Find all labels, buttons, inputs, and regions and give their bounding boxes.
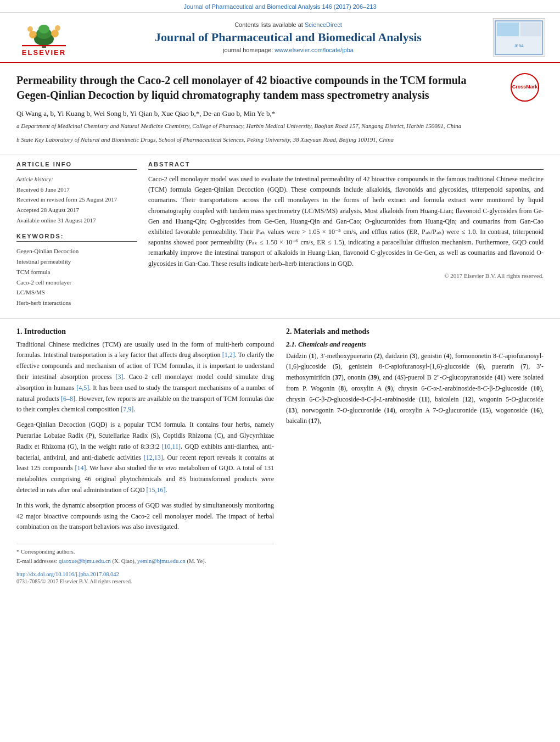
svg-point-3	[38, 25, 49, 34]
paper-main-info: Permeability through the Caco-2 cell mon…	[16, 73, 502, 148]
ref-4-5[interactable]: [4,5]	[76, 384, 89, 392]
abstract-header: ABSTRACT	[148, 161, 544, 170]
chemicals-para1: Daidzin (1), 3′-methoxypuerarin (2), dai…	[286, 351, 544, 427]
chemicals-title: Chemicals and reagents	[298, 341, 366, 348]
abstract-text: Caco-2 cell monolayer model was used to …	[148, 174, 544, 269]
email-xiao[interactable]: qiaoxue@bjmu.edu.cn	[59, 558, 111, 564]
ref-15-16[interactable]: [15,16]	[147, 486, 166, 494]
article-info-header: ARTICLE INFO	[16, 161, 137, 170]
journal-title-block: Contents lists available at ScienceDirec…	[88, 21, 489, 53]
body-content-area: 1. Introduction Traditional Chinese medi…	[0, 322, 560, 595]
sciencedirect-link[interactable]: ScienceDirect	[305, 21, 342, 28]
keyword-6: Herb-herb interactions	[16, 298, 137, 308]
body-left-column: 1. Introduction Traditional Chinese medi…	[16, 322, 274, 584]
keywords-list: Gegen-Qinlian Decoction Intestinal perme…	[16, 246, 137, 308]
ref-10-11[interactable]: [10,11]	[162, 443, 181, 450]
svg-point-5	[51, 30, 59, 37]
online-date: Available online 31 August 2017	[16, 215, 137, 226]
keywords-header: Keywords:	[16, 233, 137, 242]
paper-title: Permeability through the Caco-2 cell mon…	[16, 73, 502, 103]
corresponding-note: * Corresponding authors.	[16, 548, 274, 557]
methods-num: 2.	[286, 327, 292, 336]
svg-text:JPBA: JPBA	[514, 44, 524, 48]
ref-7-9[interactable]: [7,9]	[121, 405, 133, 413]
ref-6-8[interactable]: [6–8]	[61, 395, 75, 403]
ref-3[interactable]: [3]	[116, 373, 124, 381]
authors-line: Qi Wang a, b, Yi Kuang b, Wei Song b, Yi…	[16, 109, 502, 118]
accepted-date: Accepted 28 August 2017	[16, 205, 137, 215]
intro-section-title: 1. Introduction	[16, 327, 274, 336]
svg-rect-13	[520, 23, 541, 36]
email-ye[interactable]: yemin@bjmu.edu.cn	[137, 558, 186, 564]
journal-citation: Journal of Pharmaceutical and Biomedical…	[184, 3, 377, 10]
crossmark-label: CrossMark	[512, 85, 538, 90]
affiliation-b: b State Key Laboratory of Natural and Bi…	[16, 135, 502, 144]
svg-point-6	[27, 26, 33, 32]
journal-banner: Journal of Pharmaceutical and Biomedical…	[0, 0, 560, 13]
affiliation-a: a Department of Medicinal Chemistry and …	[16, 121, 502, 131]
intro-num: 1.	[16, 327, 23, 336]
received-date: Received 6 June 2017	[16, 185, 137, 195]
issn-text: 0731-7085/© 2017 Elsevier B.V. All right…	[16, 578, 274, 584]
journal-logo-right: JPBA	[489, 18, 549, 57]
ref-14[interactable]: [14]	[75, 464, 86, 472]
article-info-abstract-area: ARTICLE INFO Article history: Received 6…	[0, 154, 560, 315]
intro-para3: In this work, the dynamic absorption pro…	[16, 500, 274, 533]
svg-rect-9	[22, 47, 66, 47]
intro-para2: Gegen-Qinlian Decoction (GQD) is a popul…	[16, 420, 274, 496]
paper-title-area: Permeability through the Caco-2 cell mon…	[0, 63, 560, 148]
keyword-4: Caco-2 cell monolayer	[16, 277, 137, 288]
keyword-1: Gegen-Qinlian Decoction	[16, 246, 137, 256]
journal-main-title: Journal of Pharmaceutical and Biomedical…	[88, 30, 489, 44]
journal-header: ELSEVIER Contents lists available at Sci…	[0, 13, 560, 63]
doi-area: http://dx.doi.org/10.1016/j.jpba.2017.08…	[16, 570, 274, 578]
methods-title: Materials and methods	[294, 327, 369, 336]
journal-cover-image: JPBA	[493, 18, 545, 57]
revised-date: Received in revised form 25 August 2017	[16, 194, 137, 205]
history-label: Article history:	[16, 174, 137, 185]
keyword-5: LC/MS/MS	[16, 287, 137, 298]
ref-1-2[interactable]: [1,2]	[222, 351, 235, 359]
journal-homepage-line: journal homepage: www.elsevier.com/locat…	[88, 47, 489, 53]
svg-rect-12	[497, 23, 519, 36]
doi-link[interactable]: http://dx.doi.org/10.1016/j.jpba.2017.08…	[16, 571, 119, 577]
footer-divider	[16, 544, 274, 544]
elsevier-logo: ELSEVIER	[11, 18, 77, 57]
methods-section-title: 2. Materials and methods	[286, 327, 544, 336]
contents-available-line: Contents lists available at ScienceDirec…	[88, 21, 489, 28]
section-divider	[0, 318, 560, 319]
footer-area: * Corresponding authors. E-mail addresse…	[16, 544, 274, 584]
homepage-url[interactable]: www.elsevier.com/locate/jpba	[275, 47, 354, 53]
page-container: Journal of Pharmaceutical and Biomedical…	[0, 0, 560, 742]
svg-point-7	[55, 25, 60, 31]
email-note: E-mail addresses: qiaoxue@bjmu.edu.cn (X…	[16, 557, 274, 566]
abstract-column: ABSTRACT Caco-2 cell monolayer model was…	[148, 161, 544, 308]
article-info-column: ARTICLE INFO Article history: Received 6…	[16, 161, 137, 308]
keywords-block: Keywords: Gegen-Qinlian Decoction Intest…	[16, 233, 137, 308]
elsevier-wordmark: ELSEVIER	[22, 48, 66, 57]
chemicals-subsection-title: 2.1. Chemicals and reagents	[286, 341, 544, 349]
body-right-column: 2. Materials and methods 2.1. Chemicals …	[286, 322, 544, 584]
keyword-2: Intestinal permeability	[16, 256, 137, 267]
svg-point-4	[29, 31, 37, 38]
elsevier-tree-icon	[22, 18, 66, 48]
authors-text: Qi Wang a, b, Yi Kuang b, Wei Song b, Yi…	[16, 109, 275, 118]
ref-12-13[interactable]: [12,13]	[144, 454, 163, 461]
crossmark-badge[interactable]: CrossMark	[511, 73, 544, 148]
article-history-block: Article history: Received 6 June 2017 Re…	[16, 174, 137, 225]
chemicals-num: 2.1.	[286, 341, 296, 348]
intro-para1: Traditional Chinese medicines (TCM) are …	[16, 339, 274, 416]
intro-title: Introduction	[24, 327, 66, 336]
copyright-line: © 2017 Elsevier B.V. All rights reserved…	[148, 272, 544, 279]
keyword-3: TCM formula	[16, 267, 137, 277]
crossmark-icon: CrossMark	[511, 73, 539, 102]
svg-rect-8	[22, 45, 66, 46]
